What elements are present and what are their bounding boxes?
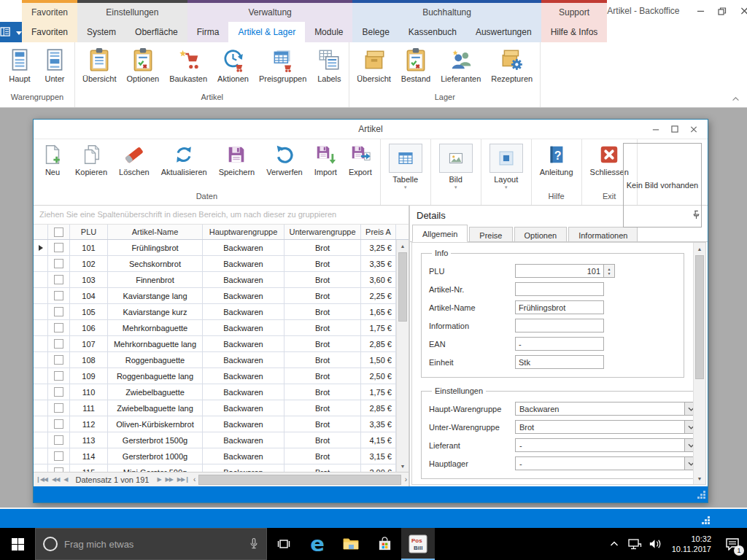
close-icon[interactable] bbox=[684, 120, 703, 138]
ribbon-button-übersicht[interactable]: Übersicht bbox=[77, 46, 121, 85]
task-view-button[interactable] bbox=[267, 528, 301, 560]
tab-favoriten[interactable]: Favoriten bbox=[22, 22, 77, 42]
checkbox-icon[interactable] bbox=[54, 355, 63, 365]
column-header-preis-a[interactable]: Preis A bbox=[361, 225, 396, 239]
row-checkbox-cell[interactable] bbox=[48, 304, 70, 319]
ribbon-button-rezepturen[interactable]: Rezepturen bbox=[486, 46, 538, 85]
column-header-unterwarengruppe[interactable]: Unterwarengruppe bbox=[285, 225, 361, 239]
start-button[interactable] bbox=[0, 528, 35, 560]
ribbon-button-bestand[interactable]: Bestand bbox=[396, 46, 436, 85]
details-tab-informationen[interactable]: Informationen bbox=[568, 227, 638, 242]
tab-module[interactable]: Module bbox=[305, 22, 352, 42]
artikel-titlebar[interactable]: Artikel bbox=[34, 120, 708, 139]
nav-next-page-button[interactable]: ▶▶ bbox=[163, 476, 175, 483]
groupby-panel[interactable]: Ziehen Sie eine Spaltenüberschrift in di… bbox=[34, 206, 409, 225]
table-row[interactable]: 109Roggenbaguette langBackwarenBrot2,50 … bbox=[34, 368, 396, 384]
nav-last-button[interactable]: ▶▶❙ bbox=[175, 476, 191, 483]
row-checkbox-cell[interactable] bbox=[48, 448, 70, 464]
chevron-down-icon[interactable] bbox=[684, 402, 693, 415]
minimize-icon[interactable] bbox=[689, 0, 711, 22]
tab-auswertungen[interactable]: Auswertungen bbox=[466, 22, 541, 42]
table-row[interactable]: 111Zwiebelbaguette langBackwarenBrot2,85… bbox=[34, 400, 396, 416]
tab-belege[interactable]: Belege bbox=[352, 22, 398, 42]
table-row[interactable]: 115Mini Gerster 500gBackwarenBrot2,00 € bbox=[34, 464, 396, 472]
dropdown-haupt-warengruppe[interactable]: Backwaren bbox=[515, 402, 693, 416]
row-checkbox-cell[interactable] bbox=[48, 416, 70, 432]
maximize-icon[interactable] bbox=[665, 120, 684, 138]
scroll-thumb[interactable] bbox=[695, 255, 704, 379]
checkbox-icon[interactable] bbox=[54, 435, 63, 445]
table-row[interactable]: 114Gersterbrot 1000gBackwarenBrot3,15 € bbox=[34, 448, 396, 464]
tab-firma[interactable]: Firma bbox=[187, 22, 229, 42]
restore-icon[interactable] bbox=[711, 0, 733, 22]
checkbox-icon[interactable] bbox=[54, 403, 63, 413]
tab-kassenbuch[interactable]: Kassenbuch bbox=[399, 22, 466, 42]
details-tab-allgemein[interactable]: Allgemein bbox=[412, 225, 468, 242]
row-checkbox-cell[interactable] bbox=[48, 400, 70, 416]
table-row[interactable]: 105Kaviarstange kurzBackwarenBrot1,65 € bbox=[34, 304, 396, 320]
field-input-plu[interactable]: 101 bbox=[515, 264, 604, 278]
store-button[interactable] bbox=[368, 528, 401, 560]
row-checkbox-cell[interactable] bbox=[48, 384, 70, 400]
tab-hilfe-infos[interactable]: Hilfe & Infos bbox=[541, 22, 608, 42]
scroll-up-icon[interactable]: ▲ bbox=[694, 243, 705, 254]
field-input-artikel-name[interactable]: Frühlingsbrot bbox=[515, 300, 604, 314]
toolbar-button-speichern[interactable]: Speichern bbox=[213, 144, 261, 176]
nav-prev-button[interactable]: ◀ bbox=[61, 476, 69, 483]
table-row[interactable]: 104Kaviarstange langBackwarenBrot2,25 € bbox=[34, 288, 396, 304]
field-input-ean[interactable]: - bbox=[515, 337, 604, 351]
field-input-artikel-nr-[interactable] bbox=[515, 282, 604, 296]
nav-next-button[interactable]: ▶ bbox=[155, 476, 163, 483]
backoffice-app-button[interactable]: PosBill bbox=[401, 528, 435, 560]
row-checkbox-cell[interactable] bbox=[48, 464, 70, 472]
ribbon-button-übersicht[interactable]: Übersicht bbox=[352, 46, 395, 85]
dropdown-lieferant[interactable]: - bbox=[515, 438, 693, 452]
ribbon-button-unter[interactable]: Unter bbox=[37, 46, 72, 85]
scroll-up-icon[interactable]: ▲ bbox=[397, 240, 409, 252]
tab-oberfläche[interactable]: Oberfläche bbox=[125, 22, 187, 42]
hscroll-right-icon[interactable]: › bbox=[403, 475, 409, 483]
scroll-thumb[interactable] bbox=[398, 252, 407, 322]
chevron-down-icon[interactable] bbox=[684, 457, 693, 470]
checkbox-icon[interactable] bbox=[54, 419, 63, 429]
checkbox-icon[interactable] bbox=[54, 387, 63, 397]
details-scrollbar[interactable]: ▲ ▼ bbox=[693, 243, 705, 484]
file-explorer-button[interactable] bbox=[334, 528, 368, 560]
ribbon-button-aktionen[interactable]: Aktionen bbox=[212, 46, 254, 85]
scroll-down-icon[interactable]: ▼ bbox=[397, 460, 409, 472]
toolbar-button-layout[interactable]: Layout▼ bbox=[484, 144, 529, 190]
app-menu-button[interactable] bbox=[0, 22, 22, 42]
action-center-button[interactable]: 1 bbox=[718, 528, 747, 560]
horizontal-scrollbar[interactable] bbox=[197, 472, 402, 486]
ribbon-button-preisgruppen[interactable]: Preisgruppen bbox=[254, 46, 311, 85]
column-header-plu[interactable]: PLU bbox=[70, 225, 108, 239]
vertical-scrollbar[interactable]: ▲ ▼ bbox=[396, 240, 409, 472]
toolbar-button-verwerfen[interactable]: Verwerfen bbox=[260, 144, 309, 176]
row-checkbox-cell[interactable] bbox=[48, 336, 70, 351]
details-tab-optionen[interactable]: Optionen bbox=[514, 227, 568, 242]
ribbon-collapse-icon[interactable] bbox=[732, 94, 740, 103]
ribbon-button-baukasten[interactable]: Baukasten bbox=[164, 46, 212, 85]
tray-chevron-icon[interactable] bbox=[604, 528, 624, 560]
search-box[interactable]: Frag mich etwas bbox=[35, 528, 267, 560]
table-row[interactable]: 112Oliven-KürbiskernbrotBackwarenBrot3,3… bbox=[34, 416, 396, 432]
checkbox-icon[interactable] bbox=[54, 228, 63, 237]
toolbar-button-import[interactable]: Import bbox=[309, 144, 343, 176]
checkbox-icon[interactable] bbox=[54, 339, 63, 349]
table-row[interactable]: 108RoggenbaguetteBackwarenBrot1,50 € bbox=[34, 352, 396, 368]
table-row[interactable]: 103FinnenbrotBackwarenBrot3,60 € bbox=[34, 272, 396, 288]
microphone-icon[interactable] bbox=[249, 537, 259, 552]
minimize-icon[interactable] bbox=[646, 120, 665, 138]
select-all-header[interactable] bbox=[48, 225, 70, 239]
row-checkbox-cell[interactable] bbox=[48, 368, 70, 384]
toolbar-button-tabelle[interactable]: Tabelle▼ bbox=[383, 144, 428, 190]
scroll-down-icon[interactable]: ▼ bbox=[694, 472, 705, 484]
edge-browser-button[interactable]: e bbox=[301, 528, 334, 560]
row-checkbox-cell[interactable] bbox=[48, 352, 70, 368]
checkbox-icon[interactable] bbox=[54, 307, 63, 316]
table-row[interactable]: 101FrühlingsbrotBackwarenBrot3,25 € bbox=[34, 240, 396, 256]
ribbon-button-lieferanten[interactable]: Lieferanten bbox=[436, 46, 486, 85]
toolbar-button-anleitung[interactable]: ?Anleitung bbox=[534, 144, 579, 176]
details-tab-preise[interactable]: Preise bbox=[469, 227, 512, 242]
row-checkbox-cell[interactable] bbox=[48, 240, 70, 255]
